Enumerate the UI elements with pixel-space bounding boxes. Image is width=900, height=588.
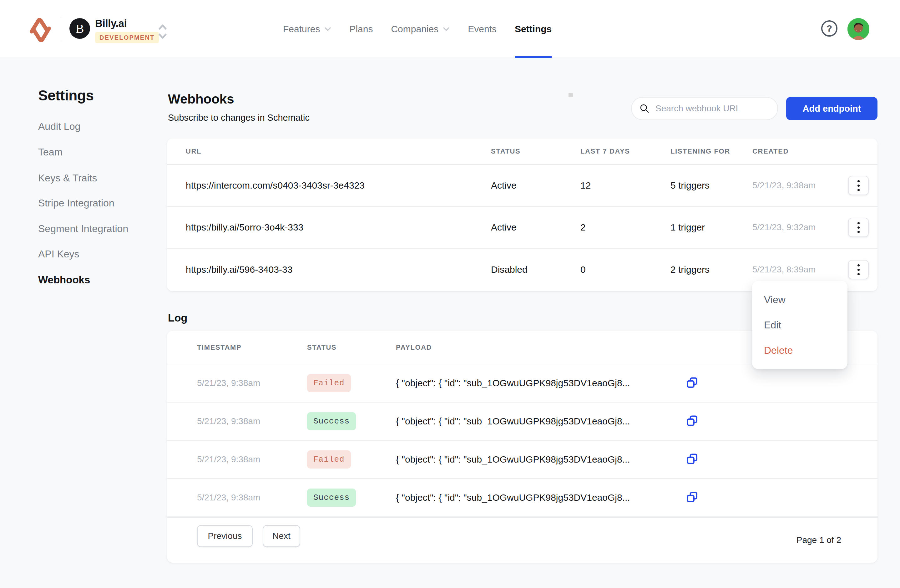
- log-table-body: 5/21/23, 9:38amFailed{ "object": { "id":…: [167, 365, 877, 517]
- nav-item-events[interactable]: Events: [468, 0, 497, 58]
- webhook-listening-for: 5 triggers: [670, 180, 709, 191]
- webhook-url: https:/billy.ai/5orro-3o4k-333: [186, 222, 303, 233]
- add-endpoint-button[interactable]: Add endpoint: [786, 97, 877, 120]
- webhooks-table-card: URL STATUS LAST 7 DAYS LISTENING FOR CRE…: [167, 138, 877, 291]
- chevron-down-icon: [324, 27, 331, 31]
- log-row: 5/21/23, 9:38amSuccess{ "object": { "id"…: [167, 479, 877, 517]
- webhook-status: Disabled: [491, 264, 528, 275]
- log-timestamp: 5/21/23, 9:38am: [197, 378, 260, 388]
- log-payload: { "object": { "id": "sub_1OGwuUGPK98jg53…: [396, 454, 630, 465]
- column-header-created: CREATED: [753, 147, 789, 155]
- sidebar-item-segment-integration[interactable]: Segment Integration: [38, 223, 128, 234]
- schematic-logo-icon[interactable]: [28, 16, 53, 44]
- nav-label: Events: [468, 24, 497, 34]
- column-header-status: STATUS: [491, 147, 520, 155]
- column-header-last-7-days: LAST 7 DAYS: [580, 147, 630, 155]
- webhook-status: Active: [491, 180, 517, 191]
- log-status-badge: Success: [307, 412, 356, 430]
- column-header-log-status: STATUS: [307, 343, 337, 352]
- webhook-created: 5/21/23, 8:39am: [753, 265, 816, 275]
- webhook-listening-for: 1 trigger: [670, 222, 705, 233]
- user-avatar[interactable]: [847, 18, 869, 40]
- org-switcher[interactable]: B Billy.ai DEVELOPMENT: [70, 17, 172, 46]
- sidebar-item-audit-log[interactable]: Audit Log: [38, 121, 81, 132]
- log-timestamp: 5/21/23, 9:38am: [197, 455, 260, 464]
- menu-item-view[interactable]: View: [764, 287, 847, 312]
- org-avatar: B: [70, 18, 90, 39]
- log-pagination: Previous Next Page 1 of 2: [167, 517, 877, 563]
- row-menu-button[interactable]: [848, 176, 869, 195]
- log-row: 5/21/23, 9:38amFailed{ "object": { "id":…: [167, 365, 877, 403]
- nav-item-features[interactable]: Features: [283, 0, 331, 58]
- kebab-menu-icon: [858, 273, 860, 275]
- nav-item-plans[interactable]: Plans: [349, 0, 373, 58]
- help-icon[interactable]: ?: [821, 20, 838, 37]
- topbar: B Billy.ai DEVELOPMENT Features Plans Co…: [0, 0, 900, 58]
- nav-label: Companies: [391, 24, 438, 34]
- kebab-menu-icon: [858, 189, 860, 191]
- menu-item-edit[interactable]: Edit: [764, 312, 847, 338]
- nav-label: Plans: [349, 24, 373, 34]
- environment-badge: DEVELOPMENT: [95, 32, 159, 43]
- question-mark: ?: [827, 23, 832, 34]
- webhooks-table-body: https://intercom.com/s0403-3403sr-3e4323…: [167, 165, 877, 290]
- user-photo: [847, 18, 869, 40]
- topbar-divider: [61, 17, 61, 42]
- log-timestamp: 5/21/23, 9:38am: [197, 493, 260, 503]
- page-title: Webhooks: [168, 92, 234, 107]
- page-indicator: Page 1 of 2: [796, 535, 841, 545]
- log-row: 5/21/23, 9:38amFailed{ "object": { "id":…: [167, 441, 877, 479]
- active-tab-underline: [515, 56, 552, 58]
- webhooks-table-header: URL STATUS LAST 7 DAYS LISTENING FOR CRE…: [167, 138, 877, 165]
- row-actions-menu: View Edit Delete: [752, 281, 847, 369]
- webhook-row: https:/billy.ai/5orro-3o4k-333Active21 t…: [167, 207, 877, 249]
- log-payload: { "object": { "id": "sub_1OGwuUGPK98jg53…: [396, 416, 630, 427]
- webhook-url: https://intercom.com/s0403-3403sr-3e4323: [186, 180, 365, 191]
- column-header-url: URL: [186, 147, 202, 155]
- webhook-url: https:/billy.ai/596-3403-33: [186, 264, 292, 275]
- copy-payload-button[interactable]: [685, 414, 700, 429]
- nav-item-settings[interactable]: Settings: [515, 0, 552, 58]
- kebab-menu-icon: [858, 231, 860, 233]
- log-row: 5/21/23, 9:38amSuccess{ "object": { "id"…: [167, 403, 877, 441]
- search-icon: [639, 103, 650, 114]
- nav-item-companies[interactable]: Companies: [391, 0, 450, 58]
- next-page-button[interactable]: Next: [263, 525, 300, 547]
- nav-label: Features: [283, 24, 320, 34]
- sidebar-item-keys-traits[interactable]: Keys & Traits: [38, 172, 97, 184]
- webhook-row: https://intercom.com/s0403-3403sr-3e4323…: [167, 165, 877, 207]
- copy-icon: [686, 452, 699, 466]
- sidebar-item-webhooks[interactable]: Webhooks: [38, 274, 90, 286]
- sidebar-item-stripe-integration[interactable]: Stripe Integration: [38, 197, 115, 209]
- column-header-listening-for: LISTENING FOR: [670, 147, 730, 155]
- nav-label: Settings: [515, 24, 552, 34]
- menu-item-delete[interactable]: Delete: [764, 338, 847, 363]
- sidebar-title: Settings: [38, 87, 93, 104]
- sidebar-item-api-keys[interactable]: API Keys: [38, 248, 79, 260]
- chevron-up-down-icon[interactable]: [156, 23, 169, 41]
- webhook-last-7-days: 2: [580, 222, 586, 233]
- copy-icon: [686, 376, 699, 390]
- main-nav: Features Plans Companies Events Settings: [283, 0, 552, 58]
- copy-icon: [686, 414, 699, 428]
- page-subtitle: Subscribe to changes in Schematic: [168, 113, 310, 123]
- log-status-badge: Failed: [307, 450, 351, 469]
- row-menu-button[interactable]: [848, 218, 869, 237]
- copy-payload-button[interactable]: [685, 375, 700, 391]
- webhook-created: 5/21/23, 9:32am: [753, 222, 816, 233]
- copy-payload-button[interactable]: [685, 452, 700, 467]
- log-timestamp: 5/21/23, 9:38am: [197, 416, 260, 426]
- row-menu-button[interactable]: [848, 260, 869, 279]
- webhook-listening-for: 2 triggers: [670, 264, 709, 275]
- copy-payload-button[interactable]: [685, 490, 700, 505]
- webhook-created: 5/21/23, 9:38am: [753, 180, 816, 191]
- stray-pixel-artifact: [568, 93, 573, 97]
- log-heading: Log: [168, 312, 187, 324]
- webhook-status: Active: [491, 222, 517, 233]
- previous-page-button[interactable]: Previous: [197, 525, 253, 547]
- webhook-last-7-days: 0: [580, 264, 586, 275]
- log-status-badge: Failed: [307, 374, 351, 392]
- sidebar-item-team[interactable]: Team: [38, 146, 62, 158]
- search-webhook-input[interactable]: [655, 104, 770, 113]
- log-status-badge: Success: [307, 489, 356, 507]
